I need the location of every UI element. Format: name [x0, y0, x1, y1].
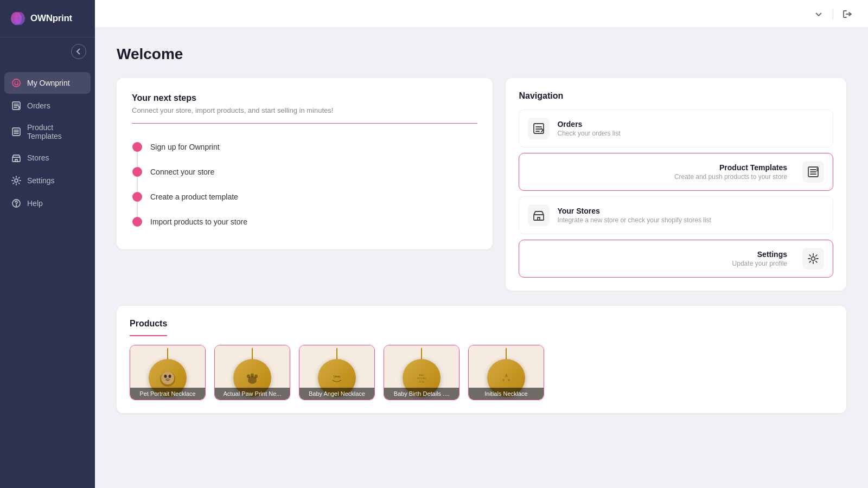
- product-templates-icon: [11, 126, 22, 137]
- sidebar-item-stores[interactable]: Stores: [4, 147, 91, 169]
- product-label-3: Baby Angel Necklace: [299, 388, 374, 400]
- svg-point-22: [254, 375, 258, 378]
- step-line-2: [137, 177, 138, 192]
- sidebar-item-settings[interactable]: Settings: [4, 170, 91, 191]
- stores-icon: [11, 152, 22, 163]
- svg-text:A: A: [505, 374, 508, 378]
- step-dot-2: [132, 167, 142, 177]
- nav-card-item-settings-subtitle: Update your profile: [528, 260, 787, 267]
- svg-point-16: [169, 375, 171, 378]
- help-icon: [11, 198, 22, 209]
- sidebar-item-help[interactable]: Help: [4, 192, 91, 214]
- svg-point-6: [15, 179, 18, 182]
- logo-text: OWNprint: [30, 13, 72, 24]
- step-dot-4: [132, 217, 142, 227]
- product-label-4: Baby Birth Details ....: [384, 388, 459, 400]
- nav-card-item-product-templates-title: Product Templates: [528, 163, 787, 172]
- svg-point-20: [247, 375, 250, 378]
- sidebar: OWNprint My Ownprint: [0, 0, 95, 488]
- main-content: Welcome Your next steps Connect your sto…: [95, 0, 868, 488]
- my-ownprint-icon: [11, 78, 22, 88]
- product-label-1: Pet Portrait Necklace: [130, 388, 205, 400]
- product-card-2[interactable]: Actual Paw Print Ne...: [214, 345, 290, 400]
- page-title: Welcome: [117, 46, 846, 63]
- nav-card-item-stores-subtitle: Integrate a new store or check your shop…: [557, 216, 711, 224]
- svg-point-8: [16, 206, 17, 206]
- svg-point-18: [167, 379, 169, 381]
- step-item-1: Sign up for Ownprint: [132, 134, 477, 159]
- nav-card-item-product-templates-icon: [802, 161, 824, 183]
- product-card-4[interactable]: Baby 01.01.2023 3.2 kg Baby Birth Detail…: [384, 345, 459, 400]
- products-title: Products: [130, 319, 167, 336]
- step-item-4: Import products to your store: [132, 209, 477, 234]
- navigation-card: Navigation Orders Ch: [506, 78, 846, 291]
- chevron-down-button[interactable]: [811, 7, 826, 22]
- svg-text:Baby: Baby: [419, 374, 424, 376]
- step-dot-1: [132, 142, 142, 152]
- sidebar-item-product-templates[interactable]: Product Templates: [4, 118, 91, 146]
- topbar-divider: [833, 9, 833, 20]
- step-label-4: Import products to your store: [150, 217, 247, 226]
- product-card-5[interactable]: A X K Initials Necklace: [468, 345, 544, 400]
- svg-text:K: K: [507, 378, 510, 382]
- nav-card-item-settings-text: Settings Update your profile: [528, 250, 787, 267]
- step-dot-3: [132, 192, 142, 202]
- svg-point-2: [12, 79, 20, 87]
- back-button[interactable]: [71, 44, 86, 59]
- products-grid: Pet Portrait Necklace: [130, 345, 833, 400]
- nav-card-item-orders-icon: [528, 118, 550, 139]
- nav-card-item-stores[interactable]: Your Stores Integrate a new store or che…: [519, 196, 833, 234]
- nav-card-item-product-templates-subtitle: Create and push products to your store: [528, 173, 787, 181]
- nav-card-item-orders[interactable]: Orders Check your orders list: [519, 110, 833, 147]
- cards-row: Your next steps Connect your store, impo…: [117, 78, 846, 291]
- step-item-2: Connect your store: [132, 159, 477, 184]
- sidebar-item-label-my-ownprint: My Ownprint: [27, 79, 70, 87]
- svg-text:3.2 kg: 3.2 kg: [419, 381, 424, 383]
- sidebar-item-my-ownprint[interactable]: My Ownprint: [4, 72, 91, 94]
- svg-point-14: [161, 371, 174, 384]
- sidebar-item-label-orders: Orders: [27, 101, 50, 110]
- nav-card-item-settings[interactable]: Settings Update your profile: [519, 240, 833, 278]
- nav-card-item-product-templates[interactable]: Product Templates Create and push produc…: [519, 153, 833, 191]
- step-dot-container-4: [132, 217, 143, 227]
- nav-card-item-orders-title: Orders: [557, 120, 620, 129]
- sidebar-item-orders[interactable]: Orders: [4, 95, 91, 117]
- svg-point-15: [164, 375, 167, 378]
- nav-card-item-orders-text: Orders Check your orders list: [557, 120, 620, 137]
- products-section: Products: [117, 306, 846, 413]
- product-card-1[interactable]: Pet Portrait Necklace: [130, 345, 206, 400]
- logout-button[interactable]: [840, 7, 855, 22]
- nav-card-item-product-templates-text: Product Templates Create and push produc…: [528, 163, 787, 181]
- nav-card-item-stores-icon: [528, 204, 550, 226]
- svg-text:01.01.2023: 01.01.2023: [417, 377, 426, 380]
- steps-list: Sign up for Ownprint Connect your store: [132, 134, 477, 234]
- step-line-1: [137, 152, 138, 167]
- sidebar-item-label-settings: Settings: [27, 176, 55, 185]
- nav-card-item-stores-title: Your Stores: [557, 207, 711, 215]
- next-steps-title: Your next steps: [132, 93, 477, 103]
- nav-card-item-settings-icon: [802, 248, 824, 269]
- svg-point-21: [251, 374, 254, 377]
- next-steps-subtitle: Connect your store, import products, and…: [132, 106, 477, 124]
- logo-icon: [9, 10, 26, 27]
- nav-card-item-stores-text: Your Stores Integrate a new store or che…: [557, 207, 711, 224]
- product-label-5: Initials Necklace: [469, 388, 544, 400]
- step-label-2: Connect your store: [150, 168, 214, 176]
- next-steps-card: Your next steps Connect your store, impo…: [117, 78, 493, 249]
- nav-card-item-settings-title: Settings: [528, 250, 787, 259]
- nav-card-item-orders-subtitle: Check your orders list: [557, 130, 620, 137]
- svg-rect-9: [534, 124, 544, 133]
- settings-icon: [11, 175, 22, 186]
- topbar: [95, 0, 868, 28]
- sidebar-logo: OWNprint: [0, 0, 95, 37]
- svg-point-12: [812, 257, 815, 261]
- step-dot-container-2: [132, 167, 143, 177]
- step-label-3: Create a product template: [150, 192, 238, 201]
- product-card-3[interactable]: Emma Baby Angel Necklace: [299, 345, 375, 400]
- svg-point-1: [14, 12, 25, 25]
- sidebar-nav: My Ownprint Orders Product Templates: [0, 66, 95, 221]
- product-label-2: Actual Paw Print Ne...: [215, 388, 290, 400]
- navigation-card-items: Orders Check your orders list Product Te…: [519, 110, 833, 278]
- step-dot-container-3: [132, 192, 143, 202]
- sidebar-item-label-help: Help: [27, 199, 43, 208]
